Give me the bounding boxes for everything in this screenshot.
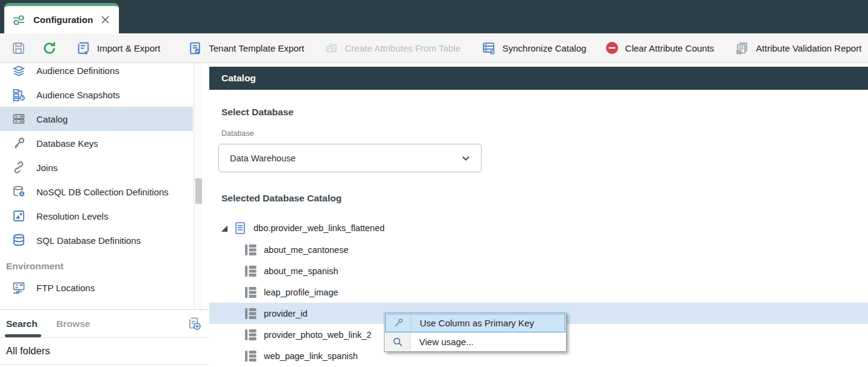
menu-item-label: View usage... (411, 332, 474, 351)
sidebar-item-label: Resolution Levels (36, 211, 108, 221)
search-icon (385, 332, 411, 351)
tab-configuration[interactable]: Configuration (4, 3, 119, 33)
import-export-icon (76, 41, 91, 56)
sidebar-footer: Search Browse All folders (0, 309, 209, 365)
create-attributes-from-table-button[interactable]: Create Attributes From Table (324, 41, 461, 56)
tree-row-label: provider_id (264, 309, 308, 318)
tree-expander-icon[interactable] (220, 224, 228, 232)
toolbar-button-label: Tenant Template Export (209, 43, 304, 53)
tree-root-table[interactable]: dbo.provider_web_links_flattened (209, 219, 385, 237)
column-icon (244, 350, 257, 362)
refresh-icon (42, 41, 57, 56)
toolbar-button-label: Synchronize Catalog (502, 43, 586, 53)
toolbar-button-label: Create Attributes From Table (345, 43, 461, 53)
sidebar-item-audience-snapshots[interactable]: Audience Snapshots (0, 82, 193, 107)
chevron-down-icon (460, 153, 471, 164)
application-window: Configuration (0, 0, 868, 367)
sidebar-list: Audience Definitions Audience Snapshots (0, 63, 209, 300)
tree-row-column[interactable]: about_me_spanish (209, 260, 868, 281)
close-icon[interactable] (100, 15, 110, 25)
tenant-template-export-button[interactable]: Tenant Template Export (187, 41, 304, 56)
sidebar-item-ftp-locations[interactable]: FTP Locations (0, 275, 193, 300)
window-title-bar: Configuration (0, 0, 868, 33)
column-icon (244, 244, 257, 256)
sidebar-item-label: Catalog (36, 114, 68, 124)
sliders-icon (12, 13, 26, 27)
database-keys-icon (12, 136, 26, 150)
sidebar-item-resolution-levels[interactable]: Resolution Levels (0, 204, 193, 228)
tree-root-label: dbo.provider_web_links_flattened (254, 223, 385, 233)
catalog-icon (12, 112, 26, 126)
sidebar-item-audience-definitions[interactable]: Audience Definitions (0, 63, 193, 82)
column-icon (244, 265, 257, 277)
joins-icon (12, 160, 26, 175)
sidebar-section-environment: Environment (0, 252, 209, 275)
ftp-locations-icon (12, 280, 26, 295)
toolbar-button-label: Import & Export (97, 43, 160, 53)
synchronize-catalog-button[interactable]: Synchronize Catalog (481, 41, 586, 56)
tree-row-label: provider_photo_web_link_2 (264, 330, 371, 340)
sidebar-item-sql-database-definitions[interactable]: SQL Database Definitions (0, 228, 193, 252)
synchronize-catalog-icon (481, 41, 496, 56)
menu-item-view-usage[interactable]: View usage... (385, 332, 565, 351)
context-menu: Use Column as Primary Key View usage... (384, 312, 567, 352)
sidebar-footer-tabs: Search Browse (0, 310, 209, 338)
toolbar-button-label: Attribute Validation Report (756, 43, 861, 53)
sidebar-item-label: Audience Snapshots (36, 90, 120, 100)
column-icon (244, 329, 257, 341)
tree-row-column[interactable]: about_me_cantonese (209, 239, 868, 260)
toolbar-button-label: Clear Attribute Counts (625, 43, 715, 53)
column-icon (244, 286, 257, 298)
toolbar: Import & Export Tenant Template Export (0, 33, 868, 63)
nosql-db-icon (12, 184, 26, 199)
sidebar-item-catalog[interactable]: Catalog (0, 107, 193, 131)
sidebar-scrollbar[interactable] (193, 63, 202, 309)
tenant-template-export-icon (187, 41, 203, 56)
tree-row-label: about_me_cantonese (264, 245, 348, 255)
select-database-heading: Select Database (221, 107, 294, 118)
attribute-validation-report-icon (735, 41, 750, 56)
refresh-button[interactable] (42, 41, 57, 56)
tree-row-label: web_page_link_spanish (264, 351, 358, 361)
menu-item-label: Use Column as Primary Key (411, 314, 534, 332)
panel-title: Catalog (221, 73, 256, 84)
tab-browse[interactable]: Browse (56, 310, 90, 337)
all-folders-item[interactable]: All folders (0, 338, 209, 365)
database-select[interactable]: Data Warehouse (218, 144, 482, 172)
save-icon (11, 41, 26, 56)
tree-row-label: leap_profile_image (264, 288, 338, 297)
sidebar-item-label: Database Keys (36, 138, 98, 149)
audience-snapshots-icon (12, 87, 26, 102)
table-document-icon (234, 221, 246, 235)
import-export-button[interactable]: Import & Export (76, 41, 160, 56)
sidebar-item-label: SQL Database Definitions (36, 235, 141, 246)
tree-row-column[interactable]: leap_profile_image (209, 281, 868, 303)
sidebar: Audience Definitions Audience Snapshots (0, 63, 209, 367)
tab-search[interactable]: Search (6, 310, 38, 337)
sql-database-icon (12, 233, 26, 247)
tree-row-label: about_me_spanish (264, 266, 338, 276)
add-document-icon[interactable] (186, 315, 202, 331)
sidebar-item-database-keys[interactable]: Database Keys (0, 131, 193, 155)
panel-header-catalog: Catalog (209, 67, 868, 90)
sidebar-item-label: Joins (36, 163, 58, 173)
create-attributes-icon (324, 41, 339, 56)
sidebar-item-label: Audience Definitions (36, 66, 119, 76)
sidebar-item-label: NoSQL DB Collection Definitions (36, 187, 169, 197)
primary-key-icon (386, 314, 411, 332)
attribute-validation-report-button[interactable]: Attribute Validation Report (735, 41, 861, 56)
database-field-label: Database (221, 129, 254, 138)
sidebar-item-nosql-db-collection-definitions[interactable]: NoSQL DB Collection Definitions (0, 180, 193, 204)
clear-attribute-counts-icon (605, 41, 619, 55)
scrollbar-thumb[interactable] (195, 178, 202, 204)
sidebar-item-joins[interactable]: Joins (0, 155, 193, 180)
menu-item-use-column-as-primary-key[interactable]: Use Column as Primary Key (385, 314, 565, 332)
sidebar-item-label: FTP Locations (36, 283, 95, 293)
audience-definitions-icon (12, 63, 26, 78)
tab-label: Configuration (33, 15, 93, 25)
resolution-levels-icon (12, 209, 26, 223)
column-icon (244, 308, 257, 320)
save-button[interactable] (11, 41, 26, 56)
database-select-value: Data Warehouse (230, 153, 460, 163)
clear-attribute-counts-button[interactable]: Clear Attribute Counts (605, 41, 715, 55)
